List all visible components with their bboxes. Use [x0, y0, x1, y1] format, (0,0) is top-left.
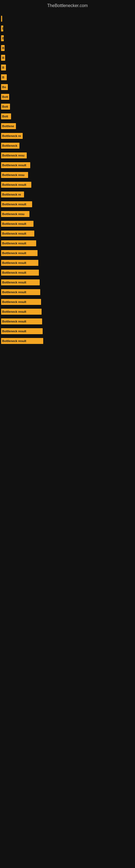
bar-item: B	[1, 35, 4, 41]
bar-row: Bottleneck result	[0, 230, 135, 237]
bar-row: B	[0, 26, 135, 31]
bar-label: B	[2, 46, 4, 50]
bar-row: Bottleneck result	[0, 240, 135, 246]
bar-label: Bottleneck re	[2, 134, 21, 137]
bar-label: Bottleneck	[2, 144, 17, 147]
bar-item: Bottleneck result	[1, 289, 40, 295]
bar-label: B	[2, 27, 3, 30]
bar-row: Bottleneck result	[0, 250, 135, 256]
bar-label: Bottleneck result	[2, 251, 26, 255]
bar-label: Bottleneck result	[2, 320, 26, 323]
bar-row: Bottleneck resu	[0, 152, 135, 158]
bar-label: Bottleneck result	[2, 242, 26, 245]
bar-item: Bottleneck result	[1, 299, 41, 305]
bar-row: Bottleneck result	[0, 299, 135, 305]
bar-label: B	[2, 76, 4, 79]
bar-item: Bottleneck result	[1, 328, 43, 334]
bar-row: Bottleneck result	[0, 270, 135, 276]
bar-label: Bottleneck resu	[2, 212, 25, 216]
bar-item: Bott	[1, 113, 11, 119]
bar-label: Bottleneck result	[2, 271, 26, 274]
bar-row: Bott	[0, 113, 135, 119]
bar-row: B	[0, 55, 135, 61]
bar-label: Bott	[2, 105, 8, 108]
bar-item: Bottleneck result	[1, 338, 43, 344]
bar-item: Bottleneck result	[1, 309, 42, 315]
bar-item: Bottleneck result	[1, 270, 39, 276]
bar-item: Bottleneck	[1, 143, 19, 149]
bar-label: Bottleneck result	[2, 222, 26, 225]
bar-row: Bottleneck result	[0, 328, 135, 334]
bar-label: Bottleneck result	[2, 290, 26, 294]
bar-label: Bottleneck re	[2, 193, 21, 196]
bar-item: Bottleneck resu	[1, 152, 27, 158]
bar-item: Bottleneck resu	[1, 211, 30, 217]
bar-label: B	[2, 37, 4, 40]
bar-item: Bottleneck re	[1, 133, 23, 139]
bar-row: Bottleneck re	[0, 133, 135, 139]
bar-label: Bottleneck result	[2, 183, 26, 186]
bar-item: Bo	[1, 84, 8, 90]
bar-row: Bottleneck	[0, 143, 135, 149]
bar-item: Bottleneck result	[1, 260, 38, 266]
bar-row: B	[0, 65, 135, 70]
bar-label: Bottleneck result	[2, 163, 26, 167]
bar-item: B	[1, 55, 5, 61]
bar-label: Bottleneck result	[2, 330, 26, 333]
bar-label: Bottleneck result	[2, 310, 26, 313]
bar-item: Bottleneck result	[1, 182, 31, 188]
bar-row: B	[0, 35, 135, 41]
bar-item: Bottleneck result	[1, 221, 34, 227]
bar-row: Bottleneck re	[0, 191, 135, 197]
bar-row: Bottleneck result	[0, 279, 135, 285]
bar-label: Bottleneck resu	[2, 173, 25, 177]
bar-label: Bo	[2, 86, 6, 89]
bar-item: |	[1, 16, 2, 22]
bar-row: Bottleneck result	[0, 201, 135, 207]
bar-row: Bottlene	[0, 123, 135, 129]
bar-row: Bott	[0, 104, 135, 110]
bars-container: |BBBBBBBoBottBottBottBottleneBottleneck …	[0, 10, 135, 348]
site-title: TheBottlenecker.com	[0, 0, 135, 10]
bar-row: Bo	[0, 84, 135, 90]
bar-row: Bottleneck result	[0, 182, 135, 188]
bar-item: Bottleneck resu	[1, 172, 28, 178]
bar-label: Bottlene	[2, 124, 14, 128]
bar-item: B	[1, 74, 7, 80]
bar-row: Bottleneck resu	[0, 172, 135, 178]
bar-item: B	[1, 26, 3, 31]
bar-item: Bottleneck result	[1, 250, 38, 256]
bar-label: Bottleneck result	[2, 203, 26, 206]
bar-item: Bottleneck result	[1, 240, 36, 246]
bar-item: B	[1, 45, 5, 51]
bar-item: Bottleneck result	[1, 162, 30, 168]
bar-label: Bottleneck result	[2, 281, 26, 284]
bar-row: Bott	[0, 94, 135, 100]
bar-label: Bott	[2, 95, 8, 98]
bar-row: Bottleneck result	[0, 221, 135, 227]
bar-row: Bottleneck result	[0, 318, 135, 324]
bar-label: Bottleneck resu	[2, 154, 25, 157]
bar-item: Bottleneck result	[1, 279, 40, 285]
bar-row: Bottleneck result	[0, 162, 135, 168]
bar-label: Bott	[2, 115, 8, 118]
bar-item: Bott	[1, 104, 10, 110]
bar-item: Bottleneck result	[1, 230, 34, 237]
bar-label: Bottleneck result	[2, 232, 26, 235]
bar-row: B	[0, 45, 135, 51]
bar-label: B	[2, 56, 4, 59]
bar-row: Bottleneck result	[0, 309, 135, 315]
bar-row: B	[0, 74, 135, 80]
bar-item: Bottlene	[1, 123, 16, 129]
bar-label: B	[2, 66, 4, 69]
bar-item: Bottleneck result	[1, 201, 32, 207]
bar-label: Bottleneck result	[2, 261, 26, 265]
bar-label: Bottleneck result	[2, 339, 26, 343]
bar-row: Bottleneck result	[0, 338, 135, 344]
bar-item: Bott	[1, 94, 9, 100]
bar-item: B	[1, 65, 6, 70]
bar-item: Bottleneck result	[1, 318, 42, 324]
bar-item: Bottleneck re	[1, 191, 24, 197]
bar-row: Bottleneck result	[0, 289, 135, 295]
bar-label: Bottleneck result	[2, 300, 26, 304]
